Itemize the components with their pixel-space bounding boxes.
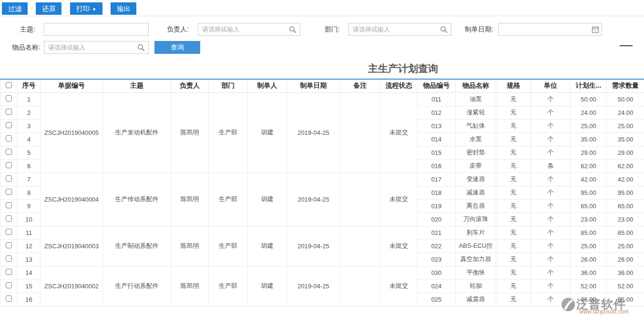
- search-icon[interactable]: [440, 26, 448, 33]
- row-checkbox[interactable]: [6, 189, 12, 195]
- select-all-checkbox[interactable]: [6, 82, 12, 88]
- unit-cell: 个: [531, 226, 571, 239]
- row-checkbox[interactable]: [6, 202, 12, 208]
- item-no-link[interactable]: 013: [418, 119, 456, 132]
- status-cell: 未提交: [380, 226, 418, 266]
- item-no-link[interactable]: 023: [418, 253, 456, 266]
- collapse-toggle[interactable]: [620, 45, 633, 46]
- restore-button[interactable]: 还原: [36, 2, 61, 15]
- owner-input[interactable]: [198, 23, 300, 36]
- item-name-link[interactable]: ABS-ECU控: [456, 239, 496, 253]
- item-name-link[interactable]: 气缸体: [456, 119, 496, 132]
- table-row: 11ZSCJH2019040003生产制动系配件陈凯明生产部胡建2019-04-…: [0, 226, 644, 239]
- subject-link[interactable]: 生产发动机配件: [103, 92, 171, 173]
- item-no-link[interactable]: 020: [418, 213, 456, 226]
- item-name-link[interactable]: 减震器: [456, 293, 496, 306]
- doc-no-link[interactable]: ZSCJH2019040005: [41, 92, 103, 173]
- date-input[interactable]: [498, 23, 602, 36]
- filter-form: 主题: 负责人: 部门: 制单日期: 物品名称:: [0, 16, 644, 59]
- row-checkbox[interactable]: [6, 242, 12, 248]
- item-name-link[interactable]: 水泵: [456, 132, 496, 146]
- item-no-link[interactable]: 011: [418, 92, 456, 106]
- required-qty-cell: 42.00: [607, 173, 644, 186]
- row-checkbox[interactable]: [6, 135, 12, 142]
- row-checkbox[interactable]: [6, 122, 12, 128]
- doc-no-link[interactable]: ZSCJH2019040003: [41, 226, 103, 266]
- calendar-icon[interactable]: [592, 26, 599, 33]
- row-checkbox[interactable]: [6, 95, 12, 102]
- search-icon[interactable]: [289, 26, 296, 33]
- row-checkbox[interactable]: [6, 109, 12, 115]
- item-no-link[interactable]: 021: [418, 226, 456, 239]
- filter-button[interactable]: 过滤: [2, 2, 28, 15]
- item-no-link[interactable]: 018: [418, 186, 456, 199]
- row-checkbox-cell: [0, 146, 18, 159]
- item-name-link[interactable]: 万向滚珠: [456, 213, 496, 226]
- item-name-link[interactable]: 离合器: [456, 199, 496, 213]
- row-checkbox[interactable]: [6, 295, 12, 302]
- row-checkbox[interactable]: [6, 149, 12, 155]
- item-name-link[interactable]: 刹车片: [456, 226, 496, 239]
- table-row: 7ZSCJH2019040004生产传动系配件陈凯明生产部胡建2019-04-2…: [0, 173, 644, 186]
- owner-link[interactable]: 陈凯明: [171, 173, 209, 226]
- row-checkbox[interactable]: [6, 229, 12, 235]
- item-name-link[interactable]: 轮胎: [456, 279, 496, 293]
- item-no-link[interactable]: 015: [418, 146, 456, 159]
- item-name-link[interactable]: 油泵: [456, 92, 496, 106]
- item-name-link[interactable]: 密封垫: [456, 146, 496, 159]
- subject-link[interactable]: 生产制动系配件: [103, 226, 171, 266]
- row-checkbox[interactable]: [6, 162, 12, 168]
- row-checkbox[interactable]: [6, 175, 12, 182]
- row-checkbox[interactable]: [6, 269, 12, 275]
- item-name-input[interactable]: [44, 41, 149, 54]
- owner-link[interactable]: 陈凯明: [171, 266, 209, 306]
- column-header: 制单日期: [287, 79, 340, 92]
- spec-cell: 无: [496, 106, 531, 119]
- maker-link[interactable]: 胡建: [248, 173, 287, 226]
- item-no-link[interactable]: 025: [418, 293, 456, 306]
- maker-link[interactable]: 胡建: [248, 92, 287, 173]
- required-qty-cell: 50.00: [607, 92, 644, 106]
- item-name-link[interactable]: 减速器: [456, 186, 496, 199]
- owner-link[interactable]: 陈凯明: [171, 226, 209, 266]
- owner-link[interactable]: 陈凯明: [171, 92, 209, 173]
- item-no-link[interactable]: 030: [418, 266, 456, 279]
- item-no-link[interactable]: 012: [418, 106, 456, 119]
- item-name-link[interactable]: 变速器: [456, 173, 496, 186]
- search-icon[interactable]: [137, 44, 145, 51]
- item-no-link[interactable]: 016: [418, 159, 456, 173]
- item-no-link[interactable]: 014: [418, 132, 456, 146]
- subject-input[interactable]: [44, 23, 149, 36]
- print-button[interactable]: 打印▼: [70, 2, 102, 15]
- remark-cell: [340, 173, 380, 226]
- required-qty-cell: 62.00: [607, 159, 644, 173]
- status-cell: 未提交: [380, 266, 418, 306]
- dept-input[interactable]: [348, 23, 451, 36]
- subject-link[interactable]: 生产行动系配件: [103, 266, 171, 306]
- row-checkbox[interactable]: [6, 215, 12, 222]
- subject-link[interactable]: 生产传动系配件: [103, 173, 171, 226]
- export-button[interactable]: 输出: [111, 2, 136, 15]
- row-checkbox-cell: [0, 132, 18, 146]
- required-qty-cell: 95.00: [607, 293, 644, 306]
- row-index: 14: [18, 266, 41, 279]
- row-checkbox[interactable]: [6, 282, 12, 288]
- spec-cell: 无: [496, 92, 531, 106]
- item-no-link[interactable]: 019: [418, 199, 456, 213]
- maker-link[interactable]: 胡建: [248, 226, 287, 266]
- doc-no-link[interactable]: ZSCJH2019040004: [41, 173, 103, 226]
- dept-label: 部门:: [325, 23, 340, 36]
- item-name-link[interactable]: 真空加力器: [456, 253, 496, 266]
- item-no-link[interactable]: 017: [418, 173, 456, 186]
- spec-cell: 无: [496, 199, 531, 213]
- row-checkbox[interactable]: [6, 255, 12, 262]
- query-button[interactable]: 查询: [154, 41, 200, 54]
- item-no-link[interactable]: 024: [418, 279, 456, 293]
- item-name-link[interactable]: 皮带: [456, 159, 496, 173]
- item-no-link[interactable]: 022: [418, 239, 456, 253]
- maker-link[interactable]: 胡建: [248, 266, 287, 306]
- doc-no-link[interactable]: ZSCJH2019040002: [41, 266, 103, 306]
- item-name-link[interactable]: 涨紧轮: [456, 106, 496, 119]
- unit-cell: 个: [531, 186, 571, 199]
- item-name-link[interactable]: 平衡块: [456, 266, 496, 279]
